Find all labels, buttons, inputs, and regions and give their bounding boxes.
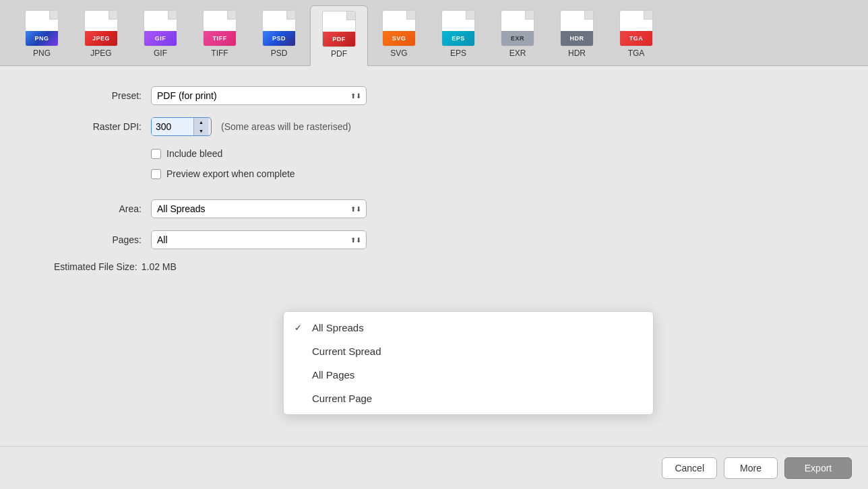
tab-hdr-label: HDR bbox=[568, 48, 586, 58]
raster-dpi-row: Raster DPI: ▲ ▼ (Some areas will be rast… bbox=[54, 117, 814, 136]
area-select-wrapper: All Spreads Current Spread All Pages Cur… bbox=[151, 199, 367, 218]
tab-jpeg[interactable]: JPEG JPEG bbox=[73, 5, 129, 65]
preset-select[interactable]: PDF (for print) PDF (for web) PDF (defau… bbox=[151, 86, 367, 105]
tab-pdf[interactable]: PDF PDF bbox=[310, 5, 368, 66]
export-button[interactable]: Export bbox=[784, 457, 852, 479]
pages-select[interactable]: All bbox=[151, 230, 367, 249]
preview-export-label[interactable]: Preview export when complete bbox=[166, 168, 295, 179]
no-checkmark-icon-1 bbox=[294, 346, 305, 356]
area-row: Area: All Spreads Current Spread All Pag… bbox=[54, 199, 814, 218]
pdf-icon: PDF bbox=[321, 11, 356, 46]
tab-psd-label: PSD bbox=[271, 48, 288, 58]
area-dropdown: ✓ All Spreads Current Spread All Pages C… bbox=[283, 311, 654, 415]
area-label: Area: bbox=[54, 203, 142, 214]
tiff-icon: TIFF bbox=[202, 11, 237, 46]
bottom-bar: Cancel More Export bbox=[0, 446, 868, 489]
format-tabs-bar: PNG PNG JPEG JPEG GIF GIF bbox=[0, 0, 868, 66]
no-checkmark-icon-2 bbox=[294, 370, 305, 380]
main-content: Preset: PDF (for print) PDF (for web) PD… bbox=[0, 66, 868, 292]
tab-exr-label: EXR bbox=[509, 48, 526, 58]
dropdown-item-current-page-label: Current Page bbox=[312, 393, 372, 404]
dpi-input[interactable] bbox=[152, 118, 193, 135]
cancel-button[interactable]: Cancel bbox=[662, 457, 717, 479]
tab-pdf-label: PDF bbox=[331, 49, 347, 59]
dropdown-item-all-spreads[interactable]: ✓ All Spreads bbox=[284, 316, 653, 339]
dropdown-item-current-spread[interactable]: Current Spread bbox=[284, 339, 653, 363]
png-icon: PNG bbox=[24, 11, 59, 46]
preset-label: Preset: bbox=[54, 90, 142, 101]
file-size-label: Estimated File Size: bbox=[54, 261, 137, 272]
dropdown-item-current-spread-label: Current Spread bbox=[312, 346, 381, 357]
psd-icon: PSD bbox=[261, 11, 297, 46]
pages-label: Pages: bbox=[54, 234, 142, 245]
no-checkmark-icon-3 bbox=[294, 393, 305, 403]
raster-note: (Some areas will be rasterised) bbox=[221, 121, 351, 132]
dpi-input-wrapper: ▲ ▼ bbox=[151, 117, 212, 136]
tab-psd[interactable]: PSD PSD bbox=[251, 5, 307, 65]
tab-tiff[interactable]: TIFF TIFF bbox=[191, 5, 248, 65]
file-size-row: Estimated File Size: 1.02 MB bbox=[54, 261, 814, 272]
gif-icon: GIF bbox=[143, 11, 178, 46]
exr-icon: EXR bbox=[500, 11, 535, 46]
include-bleed-row: Include bleed bbox=[54, 148, 814, 159]
dropdown-item-all-pages-label: All Pages bbox=[312, 369, 354, 381]
include-bleed-label[interactable]: Include bleed bbox=[166, 148, 222, 159]
tab-svg[interactable]: SVG SVG bbox=[371, 5, 427, 65]
raster-dpi-label: Raster DPI: bbox=[54, 121, 142, 132]
more-button[interactable]: More bbox=[724, 457, 778, 479]
dpi-increment-button[interactable]: ▲ bbox=[194, 118, 208, 127]
dropdown-item-all-spreads-label: All Spreads bbox=[312, 322, 364, 333]
tab-png-label: PNG bbox=[33, 48, 51, 58]
tab-png[interactable]: PNG PNG bbox=[13, 5, 70, 65]
dpi-decrement-button[interactable]: ▼ bbox=[194, 127, 208, 135]
eps-icon: EPS bbox=[441, 11, 476, 46]
jpeg-icon: JPEG bbox=[84, 11, 119, 46]
tab-gif[interactable]: GIF GIF bbox=[132, 5, 189, 65]
tga-icon: TGA bbox=[619, 11, 654, 46]
preset-select-wrapper: PDF (for print) PDF (for web) PDF (defau… bbox=[151, 86, 367, 105]
tab-gif-label: GIF bbox=[154, 48, 167, 58]
tab-eps[interactable]: EPS EPS bbox=[430, 5, 487, 65]
pages-row: Pages: All ⬆⬇ bbox=[54, 230, 814, 249]
hdr-icon: HDR bbox=[559, 11, 594, 46]
preset-row: Preset: PDF (for print) PDF (for web) PD… bbox=[54, 86, 814, 105]
tab-hdr[interactable]: HDR HDR bbox=[549, 5, 605, 65]
preview-export-row: Preview export when complete bbox=[54, 168, 814, 179]
dropdown-item-current-page[interactable]: Current Page bbox=[284, 387, 653, 410]
file-size-value: 1.02 MB bbox=[142, 261, 177, 272]
tab-jpeg-label: JPEG bbox=[90, 48, 111, 58]
include-bleed-checkbox[interactable] bbox=[151, 149, 161, 159]
tab-tga-label: TGA bbox=[628, 48, 645, 58]
tab-svg-label: SVG bbox=[390, 48, 407, 58]
dropdown-item-all-pages[interactable]: All Pages bbox=[284, 363, 653, 387]
tab-exr[interactable]: EXR EXR bbox=[489, 5, 546, 65]
preview-export-checkbox[interactable] bbox=[151, 169, 161, 179]
pages-select-wrapper: All ⬆⬇ bbox=[151, 230, 367, 249]
tab-eps-label: EPS bbox=[450, 48, 466, 58]
checkmark-icon: ✓ bbox=[294, 323, 305, 333]
tab-tiff-label: TIFF bbox=[211, 48, 228, 58]
dpi-spinner: ▲ ▼ bbox=[193, 118, 208, 135]
svg-icon: SVG bbox=[381, 11, 416, 46]
tab-tga[interactable]: TGA TGA bbox=[608, 5, 664, 65]
area-select[interactable]: All Spreads Current Spread All Pages Cur… bbox=[151, 199, 367, 218]
